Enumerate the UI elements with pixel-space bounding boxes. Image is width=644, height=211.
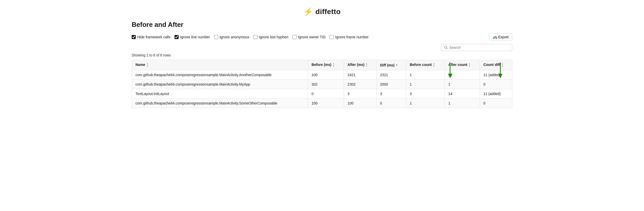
checkbox-label-ignore-anonymous: Ignore anonymous	[220, 35, 249, 39]
cell-after_count-0: 12	[445, 70, 480, 80]
sort-down-icon: ▼	[365, 65, 368, 67]
page-title: Before and After	[132, 21, 512, 29]
cell-before_ms-3: 100	[308, 99, 344, 108]
checkbox-label-ignore-line: Ignore line number	[180, 35, 210, 39]
cell-before_ms-0: 100	[308, 70, 344, 80]
cell-after_ms-2: 3	[344, 89, 376, 99]
cell-after_ms-1: 2302	[344, 80, 376, 89]
checkbox-input-ignore-frame-number[interactable]	[330, 35, 334, 39]
sort-down-icon: ▼	[501, 65, 504, 67]
cell-before_count-0: 1	[406, 70, 444, 80]
cell-diff_ms-2: 3	[376, 89, 406, 99]
checkbox-ignore-anonymous[interactable]: Ignore anonymous	[214, 35, 249, 39]
checkbox-label-ignore-last-hyphen: Ignore last hyphen	[259, 35, 288, 39]
sort-icons-count_diff: ▲▼	[501, 63, 504, 67]
app-header: ⚡ diffetto	[0, 0, 644, 21]
checkbox-label-hide-framework: Hide framework calls	[137, 35, 170, 39]
sort-icons-before_count: ▲▼	[433, 63, 435, 67]
cell-name-2: TextLayout:initLayout	[132, 89, 308, 99]
sort-up-icon: ▼	[395, 64, 398, 66]
lightning-icon: ⚡	[303, 7, 313, 16]
table-head: Name▲▼Before (ms)▲▼After (ms)▲▼Diff (ms)…	[132, 60, 512, 70]
col-header-after_ms[interactable]: After (ms)▲▼	[344, 60, 376, 70]
cell-diff_ms-1: 2000	[376, 80, 406, 89]
col-label-name: Name	[135, 63, 145, 67]
cell-count_diff-0: 11 (added)	[480, 70, 512, 80]
checkbox-input-ignore-owner-tid[interactable]	[292, 35, 296, 39]
cell-name-3: com.github.theapache64.composeregression…	[132, 99, 308, 108]
data-table: Name▲▼Before (ms)▲▼After (ms)▲▼Diff (ms)…	[132, 60, 512, 108]
col-label-count_diff: Count diff	[484, 63, 500, 67]
cell-name-0: com.github.theapache64.composeregression…	[132, 70, 308, 80]
cell-before_count-2: 3	[406, 89, 444, 99]
cell-after_count-3: 1	[445, 99, 480, 108]
checkbox-hide-framework[interactable]: Hide framework calls	[132, 35, 170, 39]
row-count: Showing 1 to 6 of 6 rows	[132, 53, 512, 57]
col-header-after_count[interactable]: After count▲▼	[445, 60, 480, 70]
cell-count_diff-3: 0	[480, 99, 512, 108]
col-label-before_ms: Before (ms)	[312, 63, 331, 67]
table-row: com.github.theapache64.composeregression…	[132, 70, 512, 80]
sort-up-icon: ▲	[501, 63, 504, 65]
sort-up-icon: ▲	[332, 63, 335, 65]
col-header-name[interactable]: Name▲▼	[132, 60, 308, 70]
svg-line-1	[447, 48, 448, 49]
cell-name-1: com.github.theapache64.composeregression…	[132, 80, 308, 89]
col-label-after_ms: After (ms)	[348, 63, 364, 67]
sort-up-icon: ▲	[468, 63, 471, 65]
sort-down-icon: ▼	[433, 65, 435, 67]
search-row	[132, 44, 512, 51]
sort-down-icon: ▼	[146, 65, 148, 67]
sort-up-icon: ▲	[146, 63, 148, 65]
search-icon	[444, 46, 448, 49]
sort-icons-before_ms: ▲▼	[332, 63, 335, 67]
cell-diff_ms-3: 0	[376, 99, 406, 108]
search-box	[441, 44, 512, 51]
col-header-count_diff[interactable]: Count diff▲▼	[480, 60, 512, 70]
export-button[interactable]: 🚌 Export	[489, 33, 512, 41]
checkbox-label-ignore-frame-number: Ignore frame number	[335, 35, 369, 39]
table-body: com.github.theapache64.composeregression…	[132, 70, 512, 108]
col-header-diff_ms[interactable]: Diff (ms)▼	[376, 60, 406, 70]
cell-after_ms-0: 2421	[344, 70, 376, 80]
sort-icons-after_ms: ▲▼	[365, 63, 368, 67]
search-input[interactable]	[449, 45, 509, 50]
table-header-row: Name▲▼Before (ms)▲▼After (ms)▲▼Diff (ms)…	[132, 60, 512, 70]
sort-down-icon: ▼	[468, 65, 471, 67]
cell-after_count-2: 14	[445, 89, 480, 99]
cell-before_ms-2: 0	[308, 89, 344, 99]
checkbox-ignore-last-hyphen[interactable]: Ignore last hyphen	[253, 35, 288, 39]
col-label-diff_ms: Diff (ms)	[380, 63, 395, 67]
controls-row: Hide framework callsIgnore line numberIg…	[132, 33, 512, 41]
table-row: TextLayout:initLayout03331411 (added)	[132, 89, 512, 99]
col-header-before_count[interactable]: Before count▲▼	[406, 60, 444, 70]
col-label-before_count: Before count	[410, 63, 432, 67]
table-wrapper: Name▲▼Before (ms)▲▼After (ms)▲▼Diff (ms)…	[132, 60, 512, 108]
cell-count_diff-1: 0	[480, 80, 512, 89]
table-row: com.github.theapache64.composeregression…	[132, 99, 512, 108]
table-row: com.github.theapache64.composeregression…	[132, 80, 512, 89]
checkbox-ignore-line[interactable]: Ignore line number	[175, 35, 210, 39]
sort-icons-diff_ms: ▼	[395, 64, 398, 66]
cell-before_ms-1: 302	[308, 80, 344, 89]
cell-after_count-1: 1	[445, 80, 480, 89]
checkbox-ignore-owner-tid[interactable]: Ignore owner TID	[292, 35, 326, 39]
sort-up-icon: ▲	[433, 63, 435, 65]
checkbox-input-ignore-anonymous[interactable]	[214, 35, 218, 39]
cell-diff_ms-0: 2321	[376, 70, 406, 80]
cell-before_count-1: 1	[406, 80, 444, 89]
cell-after_ms-3: 100	[344, 99, 376, 108]
sort-icons-after_count: ▲▼	[468, 63, 471, 67]
checkbox-label-ignore-owner-tid: Ignore owner TID	[298, 35, 326, 39]
checkbox-input-ignore-last-hyphen[interactable]	[253, 35, 257, 39]
col-label-after_count: After count	[448, 63, 467, 67]
sort-icons-name: ▲▼	[146, 63, 148, 67]
checkbox-input-ignore-line[interactable]	[175, 35, 179, 39]
app-title: diffetto	[315, 8, 341, 16]
col-header-before_ms[interactable]: Before (ms)▲▼	[308, 60, 344, 70]
sort-down-icon: ▼	[332, 65, 335, 67]
sort-up-icon: ▲	[365, 63, 368, 65]
checkbox-input-hide-framework[interactable]	[132, 35, 136, 39]
checkbox-ignore-frame-number[interactable]: Ignore frame number	[330, 35, 369, 39]
cell-before_count-3: 1	[406, 99, 444, 108]
